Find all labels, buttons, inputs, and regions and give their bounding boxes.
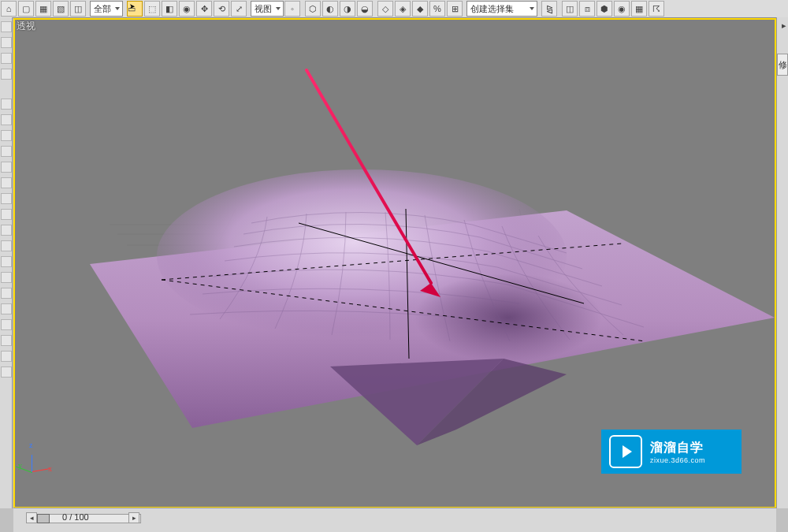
toolbar-button[interactable]: ⬢ — [597, 1, 612, 17]
selection-filter-dropdown[interactable]: 全部 — [90, 1, 123, 17]
axis-x-label: x — [48, 464, 52, 473]
rotate-tool-button[interactable]: ⟲ — [214, 1, 229, 17]
toolbar-button[interactable]: ▢ — [18, 1, 34, 17]
toolbar-button[interactable]: ▧ — [53, 1, 69, 17]
rollout-label: 修 — [779, 59, 787, 71]
left-tool-button[interactable] — [1, 193, 12, 204]
toolbar-button[interactable]: ◦ — [284, 1, 300, 17]
timeline-track[interactable] — [37, 514, 141, 523]
toolbar-button[interactable]: ⌂ — [1, 1, 17, 17]
timeline-thumb[interactable] — [37, 514, 50, 523]
material-editor-button[interactable]: ◉ — [614, 1, 630, 17]
modifier-rollout-header[interactable]: 修 — [777, 54, 788, 76]
reference-coord-dropdown[interactable]: 视图 — [251, 1, 284, 17]
left-tool-button[interactable] — [1, 351, 12, 362]
left-tool-button[interactable] — [1, 225, 12, 236]
axis-z-line — [32, 455, 32, 472]
left-tool-button[interactable] — [1, 146, 12, 157]
toolbar-button[interactable]: ⧈ — [579, 1, 595, 17]
toolbar-button[interactable]: ◐ — [322, 1, 338, 17]
plane-dent-shadow — [342, 248, 610, 374]
toolbar-button[interactable]: ⬡ — [305, 1, 321, 17]
status-bar: ◂ 0 / 100 ▸ — [13, 508, 776, 532]
left-tool-button[interactable] — [1, 335, 12, 346]
axis-x-line — [32, 468, 50, 472]
play-icon — [609, 435, 642, 468]
watermark-title: 溜溜自学 — [650, 440, 705, 456]
dropdown-label: 视图 — [255, 3, 272, 15]
left-tool-button[interactable] — [1, 114, 12, 125]
perspective-viewport[interactable]: 透视 — [13, 18, 776, 508]
left-tool-button[interactable] — [1, 319, 12, 330]
left-toolbar — [0, 17, 13, 508]
top-toolbar: ⌂ ▢ ▦ ▧ ◫ 全部 ▭➤ ⬚ ◧ ◉ ✥ ⟲ ⤢ 视图 ◦ ⬡ ◐ ◑ ◒… — [0, 0, 788, 18]
toolbar-button[interactable]: ▦ — [35, 1, 51, 17]
left-tool-button[interactable] — [1, 53, 12, 64]
left-tool-button[interactable] — [1, 37, 12, 48]
snap-toggle-button[interactable]: ◇ — [377, 1, 393, 17]
named-selection-dropdown[interactable]: 创建选择集 — [466, 1, 537, 17]
toolbar-button[interactable]: ◒ — [357, 1, 373, 17]
left-tool-button[interactable] — [1, 256, 12, 267]
snap-toggle-button[interactable]: ◈ — [395, 1, 411, 17]
toolbar-button[interactable]: ◧ — [162, 1, 177, 17]
align-button[interactable]: ◫ — [562, 1, 578, 17]
left-tool-button[interactable] — [1, 99, 12, 110]
toolbar-button[interactable]: ◉ — [179, 1, 195, 17]
left-tool-button[interactable] — [1, 21, 12, 32]
panel-arrow-icon[interactable]: ▸ — [782, 20, 786, 31]
left-tool-button[interactable] — [1, 162, 12, 173]
toolbar-button[interactable]: ⬚ — [144, 1, 160, 17]
left-tool-button[interactable] — [1, 303, 12, 314]
scale-tool-button[interactable]: ⤢ — [231, 1, 247, 17]
left-tool-button[interactable] — [1, 130, 12, 141]
dropdown-label: 创建选择集 — [470, 3, 514, 15]
move-tool-button[interactable]: ✥ — [196, 1, 212, 17]
axis-y-label: y — [18, 461, 22, 470]
watermark-subtitle: zixue.3d66.com — [650, 456, 705, 464]
render-button[interactable]: ☈ — [649, 1, 664, 17]
toolbar-button[interactable]: ◑ — [340, 1, 355, 17]
left-tool-button[interactable] — [1, 288, 12, 299]
snap-toggle-button[interactable]: ⊞ — [447, 1, 463, 17]
axis-z-label: z — [29, 441, 32, 449]
toolbar-button[interactable]: ▦ — [631, 1, 647, 17]
command-panel — [776, 17, 788, 508]
snap-toggle-button[interactable]: ◆ — [412, 1, 428, 17]
left-tool-button[interactable] — [1, 272, 12, 283]
mirror-button[interactable]: ⧎ — [541, 1, 557, 17]
axis-tripod: z y x — [21, 442, 56, 477]
timeline-next-button[interactable]: ▸ — [128, 512, 139, 523]
watermark-badge: 溜溜自学 zixue.3d66.com — [601, 430, 742, 474]
snap-toggle-button[interactable]: % — [429, 1, 445, 17]
dropdown-label: 全部 — [94, 3, 111, 15]
toolbar-button[interactable]: ◫ — [70, 1, 86, 17]
left-tool-button[interactable] — [1, 240, 12, 251]
timeline-prev-button[interactable]: ◂ — [26, 512, 37, 523]
select-tool-button[interactable]: ▭➤ — [127, 1, 143, 17]
left-tool-button[interactable] — [1, 209, 12, 220]
left-tool-button[interactable] — [1, 177, 12, 188]
left-tool-button[interactable] — [1, 69, 12, 80]
left-tool-button[interactable] — [1, 366, 12, 378]
frame-readout: 0 / 100 — [62, 512, 89, 522]
